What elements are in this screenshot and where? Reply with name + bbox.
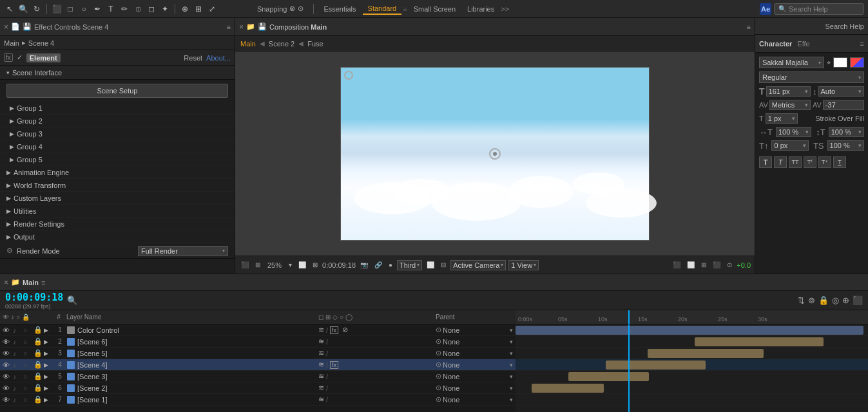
link-layers-icon[interactable]: ⇅ (798, 295, 805, 305)
layer-5-audio[interactable]: ♪ (13, 373, 22, 380)
group-2-item[interactable]: ▶ Group 2 (0, 115, 235, 127)
fx-col-icon[interactable]: ◻ (318, 314, 323, 321)
layer-7-solo[interactable]: ○ (23, 396, 32, 404)
panel-close-btn[interactable]: × (4, 23, 8, 32)
layer-4-lock[interactable]: 🔒 (34, 360, 43, 369)
render-icon[interactable]: ⬛ (671, 261, 682, 269)
text-super-btn[interactable]: T⁺ (818, 156, 831, 168)
view-select[interactable]: Third ▾ (397, 260, 422, 270)
baseline-input[interactable]: 0 px ▾ (771, 140, 808, 151)
text-color-swatch[interactable] (833, 57, 847, 68)
view-count-select[interactable]: 1 View ▾ (508, 260, 539, 270)
layer-7-parent-dropdown[interactable]: ▾ (510, 397, 513, 403)
layer-2-audio[interactable]: ♪ (13, 338, 22, 346)
layer-2-eye[interactable]: 👁 (3, 338, 12, 346)
brush-tool-icon[interactable]: ✏ (119, 3, 130, 15)
layer-4-motion-blur[interactable]: ≋ (318, 360, 324, 369)
blend-col-icon[interactable]: ○ (340, 314, 343, 321)
pen-tool-icon[interactable]: ✒ (92, 3, 103, 15)
comp-settings-icon[interactable]: ⬛ (711, 261, 722, 269)
v-scale-input[interactable]: 100 % ▾ (829, 127, 864, 137)
eyedropper-icon[interactable]: ⌖ (827, 59, 831, 67)
comp-grid-icon[interactable]: ⊞ (253, 261, 262, 269)
tab-essentials[interactable]: Essentials (318, 4, 361, 14)
3d-icon[interactable]: ⊙ (725, 261, 734, 269)
utilities-item[interactable]: ▶ Utilities (0, 205, 235, 218)
layer-6-expand[interactable]: ▶ (44, 385, 53, 391)
layer-6-motion-blur[interactable]: ≋ (318, 384, 324, 392)
solo-icon[interactable]: ◎ (832, 295, 839, 305)
font-name-select[interactable]: Sakkal Majalla ▾ (759, 57, 824, 68)
link-icon[interactable]: 🔗 (372, 261, 384, 269)
group-1-item[interactable]: ▶ Group 1 (0, 102, 235, 115)
comp-info-icon[interactable]: ⬛ (239, 261, 251, 269)
snapping-icon2[interactable]: ⊙ (298, 5, 304, 13)
stroke-size-input[interactable]: 1 px ▾ (766, 113, 798, 124)
layer-7-expand[interactable]: ▶ (44, 397, 53, 403)
layer-4-parent-dropdown[interactable]: ▾ (510, 362, 513, 368)
layer-row-7[interactable]: 👁 ♪ ○ 🔒 ▶ 7 [Scene 1] ≋ / ⊙ None ▾ (0, 394, 516, 406)
flow-icon[interactable]: ⬛ (853, 295, 863, 305)
tab-scene2[interactable]: Scene 2 (269, 40, 294, 48)
layer-4-expand[interactable]: ▶ (44, 362, 53, 368)
layer-3-eye[interactable]: 👁 (3, 350, 12, 357)
layer-5-expand[interactable]: ▶ (44, 373, 53, 380)
view-options-icon[interactable]: ⊟ (439, 261, 448, 269)
playhead[interactable] (628, 324, 630, 412)
tsumi-input[interactable]: 100 % ▾ (827, 140, 864, 151)
layer-4-fx-badge[interactable]: fx (330, 361, 338, 369)
text-color-swatch-2[interactable] (850, 57, 864, 68)
arrow-tool-icon[interactable]: ↖ (4, 3, 15, 15)
text-italic-btn[interactable]: T (774, 156, 787, 168)
layer-row-6[interactable]: 👁 ♪ ○ 🔒 ▶ 6 [Scene 2] ≋ / ⊙ None ▾ (0, 382, 516, 394)
snapping-icon[interactable]: ⊗ (289, 5, 295, 13)
group-4-item[interactable]: ▶ Group 4 (0, 140, 235, 153)
more-workspaces-btn[interactable]: >> (501, 5, 509, 13)
group-5-item[interactable]: ▶ Group 5 (0, 153, 235, 166)
tab-standard[interactable]: Standard (363, 3, 402, 15)
layer-3-lock[interactable]: 🔒 (34, 349, 43, 357)
color-icon[interactable]: ● (387, 261, 394, 269)
active-camera-select[interactable]: Active Camera ▾ (450, 260, 506, 270)
tab-libraries[interactable]: Libraries (462, 4, 499, 14)
layer-1-fx-badge[interactable]: fx (330, 326, 338, 334)
output-item[interactable]: ▶ Output (0, 230, 235, 243)
tab-small-screen[interactable]: Small Screen (409, 4, 461, 14)
layer-1-eye[interactable]: 👁 (3, 326, 12, 334)
kerning-input[interactable]: Metrics ▾ (769, 100, 811, 110)
about-button[interactable]: About... (206, 54, 231, 62)
rotate-tool-icon[interactable]: ↻ (31, 3, 43, 15)
time-display[interactable]: 0:00:09:18 (5, 292, 63, 303)
layer-6-lock[interactable]: 🔒 (34, 384, 43, 392)
layer-5-eye[interactable]: 👁 (3, 373, 12, 380)
viewport-corner-handle[interactable] (344, 71, 353, 80)
tracking-input[interactable]: -37 (823, 100, 864, 110)
custom-layers-item[interactable]: ▶ Custom Layers (0, 192, 235, 205)
layer-4-eye[interactable]: 👁 (3, 361, 12, 369)
puppet-tool-icon[interactable]: ✦ (159, 3, 171, 15)
tab-fuse[interactable]: Fuse (307, 40, 323, 48)
zoom-tool-icon[interactable]: 🔍 (17, 3, 29, 15)
layer-2-lock[interactable]: 🔒 (34, 337, 43, 346)
view-expand-icon[interactable]: ⬜ (425, 261, 436, 269)
text-tool-icon[interactable]: T (105, 3, 117, 15)
layer-2-parent-dropdown[interactable]: ▾ (510, 339, 513, 345)
lock-col-icon[interactable]: 🔒 (22, 314, 30, 321)
layer-1-motion-blur[interactable]: ≋ (318, 326, 324, 334)
layer-7-lock[interactable]: 🔒 (34, 395, 43, 404)
layer-6-parent-dropdown[interactable]: ▾ (510, 385, 513, 391)
layer-1-audio[interactable]: ♪ (13, 326, 22, 334)
zoom-level[interactable]: 25% (267, 261, 282, 269)
switches-col-icon[interactable]: ⊞ (325, 314, 331, 321)
motion-tool-icon[interactable]: ⤢ (206, 3, 218, 15)
layer-3-solo[interactable]: ○ (23, 350, 32, 357)
layer-5-lock[interactable]: 🔒 (34, 372, 43, 380)
reset-button[interactable]: Reset (184, 54, 202, 62)
audio-col-icon[interactable]: ♪ (11, 314, 14, 321)
track-col-icon[interactable]: ◯ (345, 314, 352, 321)
world-transform-item[interactable]: ▶ World Transform (0, 179, 235, 192)
animation-engine-item[interactable]: ▶ Animation Engine (0, 166, 235, 179)
layer-3-motion-blur[interactable]: ≋ (318, 349, 324, 357)
panel-menu-icon[interactable]: ≡ (227, 23, 231, 31)
layer-1-expand[interactable]: ▶ (44, 327, 53, 333)
